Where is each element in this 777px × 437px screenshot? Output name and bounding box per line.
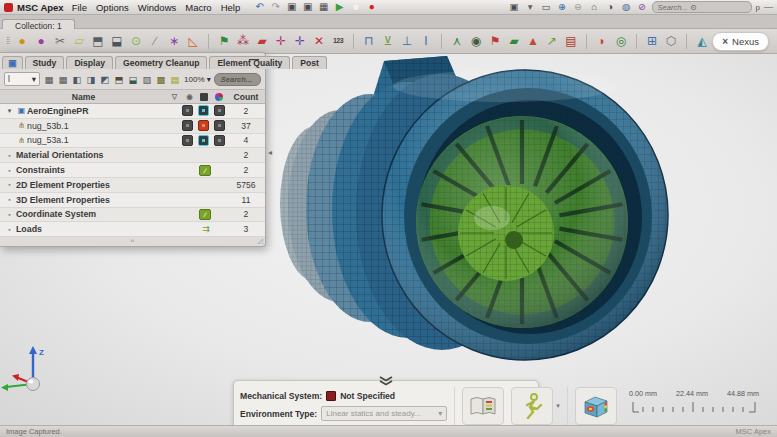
annotation-icon[interactable]: ◑ — [605, 2, 616, 12]
grid-view-icon[interactable]: ⊞ — [645, 35, 659, 47]
menu-item[interactable]: Help — [221, 2, 241, 13]
table-row[interactable]: ▪ 3D Element Properties 11 — [0, 193, 265, 208]
render-toggle[interactable] — [198, 105, 209, 116]
render-toggle[interactable] — [198, 135, 209, 146]
color-legend-icon[interactable] — [215, 93, 223, 101]
results-button[interactable] — [575, 387, 617, 425]
delete-icon[interactable]: ✕ — [312, 35, 326, 47]
redo-icon[interactable]: ↷ — [270, 2, 281, 12]
color-toggle[interactable] — [214, 120, 225, 131]
menu-item[interactable]: File — [72, 2, 87, 13]
numbering-icon[interactable]: 123 — [331, 35, 345, 47]
color-toggle[interactable] — [214, 135, 225, 146]
nexus-button[interactable]: × Nexus — [712, 32, 769, 51]
table-row[interactable]: ▪ Loads ⇉ 3 — [0, 222, 265, 237]
cube-view-icon[interactable]: ⬡ — [664, 35, 678, 47]
panel-resize-handle[interactable]: ^ ◿ — [0, 237, 265, 246]
surface-tool-icon[interactable]: ▱ — [72, 35, 86, 47]
beam-icon[interactable]: I — [419, 35, 433, 47]
expander-icon[interactable]: ▾ — [3, 107, 16, 115]
table-row[interactable]: ▾ ▣ AeroEnginePR 2 — [0, 104, 265, 119]
table-row[interactable]: ▪ Coordinate System ∕ 2 — [0, 208, 265, 223]
toolbar-drag-handle[interactable]: ⁞⁞ — [6, 36, 9, 46]
globe-icon[interactable]: ◍ — [621, 2, 632, 12]
arrow-load-icon[interactable]: ↗ — [545, 35, 559, 47]
filter-funnel-icon[interactable]: ▽ — [167, 93, 182, 101]
minimize-icon[interactable]: — — [764, 2, 773, 12]
tripod-icon[interactable]: ⋏ — [450, 35, 464, 47]
show-icon[interactable]: ◧ — [71, 74, 83, 85]
model-filter-select[interactable]: l▾ — [4, 72, 40, 86]
panel-search-input[interactable]: Search... — [214, 73, 261, 86]
table-row[interactable]: ⋔ nug_53b.1 37 — [0, 119, 265, 134]
cone-load-icon[interactable]: ▲ — [526, 35, 540, 47]
resize-grip-icon[interactable]: ◿ — [258, 237, 263, 245]
panel-collapse-handle[interactable] — [374, 372, 398, 382]
panel-zoom-select[interactable]: 100% ▾ — [184, 75, 211, 84]
fit-view-icon[interactable]: ⌂ — [589, 2, 600, 12]
layers-icon[interactable]: ▤ — [564, 35, 578, 47]
record-icon[interactable]: ● — [366, 2, 377, 12]
tab-study[interactable]: Study — [25, 56, 65, 69]
flag-red-icon[interactable]: ⚑ — [488, 35, 502, 47]
support-icon[interactable]: ⊥ — [400, 35, 414, 47]
screenshot-icon[interactable]: ▣ — [286, 2, 297, 12]
probe-icon[interactable]: ⊙ — [129, 35, 143, 47]
node-set-icon[interactable]: ⁂ — [236, 35, 250, 47]
table-row[interactable]: ▪ Material Orientations 2 — [0, 148, 265, 163]
axes-alt-icon[interactable]: ✛ — [293, 35, 307, 47]
clear-icon[interactable]: ⊘ — [637, 2, 648, 12]
menu-item[interactable]: Options — [96, 2, 129, 13]
hide-icon[interactable]: ◨ — [85, 74, 97, 85]
view-dropdown-icon[interactable]: ▾ — [525, 2, 536, 12]
environment-type-select[interactable]: Linear statics and steady... ▾ — [321, 406, 447, 421]
tab-display[interactable]: Display — [66, 56, 113, 69]
global-search-input[interactable]: Search... ⊙ — [652, 1, 752, 13]
mechanical-system-value[interactable]: Not Specified — [340, 391, 395, 401]
render-mode-icon[interactable]: ⬒ — [113, 74, 125, 85]
table-row[interactable]: ⋔ nug_53a.1 4 — [0, 134, 265, 149]
undo-icon[interactable]: ↶ — [254, 2, 265, 12]
contour-icon[interactable]: ◭ — [695, 35, 709, 47]
element-set-icon[interactable]: ▰ — [255, 35, 269, 47]
solid-tool-icon[interactable]: ⬒ — [91, 35, 105, 47]
table-row[interactable]: ▪ Constraints ∕ 2 — [0, 163, 265, 178]
sphere-purple-icon[interactable]: ● — [34, 35, 48, 47]
column-name[interactable]: Name — [0, 92, 167, 102]
pattern-icon[interactable]: ∗ — [167, 35, 181, 47]
color-toggle[interactable] — [214, 105, 225, 116]
stop-icon[interactable]: ■ — [350, 2, 361, 12]
menu-item[interactable]: Macro — [185, 2, 211, 13]
camera-icon[interactable]: ▣ — [302, 2, 313, 12]
paint-icon[interactable]: ◗ — [595, 35, 609, 47]
zoom-in-icon[interactable]: ⊕ — [557, 2, 568, 12]
render-style-icon[interactable] — [200, 93, 208, 101]
panel-edge-collapse-icon[interactable]: ◂ — [268, 148, 272, 157]
tags-icon[interactable]: ▤ — [169, 74, 181, 85]
column-count[interactable]: Count — [227, 92, 265, 102]
pin-icon[interactable]: ⊻ — [381, 35, 395, 47]
spring-icon[interactable]: ◉ — [469, 35, 483, 47]
search-filter-dropdown[interactable]: p — [756, 3, 760, 12]
measure-line-icon[interactable]: ∕ — [148, 35, 162, 47]
flag-icon[interactable]: ⚑ — [217, 35, 231, 47]
highlight-icon[interactable]: ▩ — [155, 74, 167, 85]
rotate-target-icon[interactable]: ◎ — [614, 35, 628, 47]
visibility-toggle[interactable] — [182, 120, 193, 131]
wireframe-icon[interactable]: ⬓ — [127, 74, 139, 85]
mesh-tool-icon[interactable]: ⬓ — [110, 35, 124, 47]
import-icon[interactable]: ▦ — [43, 74, 55, 85]
visibility-toggle[interactable] — [182, 135, 193, 146]
transparency-icon[interactable]: ▨ — [141, 74, 153, 85]
zoom-out-icon[interactable]: ⊖ — [573, 2, 584, 12]
render-toggle[interactable] — [198, 120, 209, 131]
panel-icon[interactable]: ▰ — [507, 35, 521, 47]
run-analysis-button[interactable] — [511, 387, 553, 425]
clamp-icon[interactable]: ⊓ — [362, 35, 376, 47]
tab-post[interactable]: Post — [292, 56, 327, 69]
visibility-toggle[interactable] — [182, 105, 193, 116]
run-options-dropdown-icon[interactable]: ▾ — [556, 402, 560, 410]
visibility-eye-icon[interactable]: ◉ — [182, 93, 197, 101]
sphere-gold-icon[interactable]: ● — [15, 35, 29, 47]
tab-model-icon[interactable]: ▣ — [2, 56, 23, 69]
